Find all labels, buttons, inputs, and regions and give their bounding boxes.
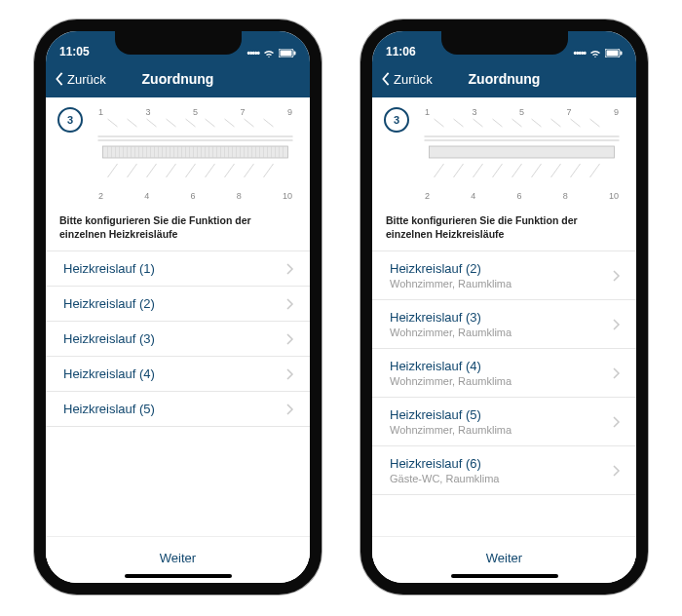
wifi-icon — [263, 49, 275, 58]
item-title: Heizkreislauf (1) — [63, 261, 155, 276]
num: 4 — [471, 191, 475, 201]
svg-line-88 — [493, 164, 503, 177]
num: 9 — [614, 107, 619, 117]
num: 7 — [566, 107, 571, 117]
item-title: Heizkreislauf (3) — [390, 310, 512, 325]
item-subtitle: Gäste-WC, Raumklima — [390, 473, 499, 484]
list-item[interactable]: Heizkreislauf (4) — [46, 357, 310, 392]
diagram-bottom-numbers: 2 4 6 8 10 — [419, 191, 625, 201]
item-title: Heizkreislauf (5) — [390, 407, 512, 422]
svg-line-19 — [186, 164, 196, 177]
nav-bar: Zurück Zuordnung — [372, 60, 636, 97]
num: 7 — [240, 107, 245, 117]
svg-line-77 — [454, 119, 464, 127]
step-indicator: 3 — [384, 107, 409, 133]
svg-line-18 — [167, 164, 176, 177]
num: 8 — [563, 191, 568, 201]
svg-line-85 — [435, 164, 444, 177]
svg-line-12 — [225, 119, 235, 127]
svg-line-92 — [571, 164, 581, 177]
instruction-text: Bitte konfigurieren Sie die Funktion der… — [46, 207, 310, 250]
list-item[interactable]: Heizkreislauf (1) — [46, 250, 310, 287]
item-title: Heizkreislauf (5) — [63, 402, 155, 416]
page-title: Zuordnung — [46, 71, 310, 87]
num: 9 — [287, 107, 292, 117]
svg-line-9 — [167, 119, 176, 127]
item-subtitle: Wohnzimmer, Raumklima — [390, 375, 512, 387]
num: 10 — [609, 191, 619, 201]
diagram-bottom-numbers: 2 4 6 8 10 — [93, 191, 298, 201]
signal-dots-icon: ••••• — [573, 48, 586, 58]
page-title: Zuordnung — [372, 71, 636, 87]
step-indicator: 3 — [57, 107, 83, 133]
list-item[interactable]: Heizkreislauf (6) Gäste-WC, Raumklima — [372, 446, 636, 495]
status-indicators: ••••• — [573, 48, 623, 58]
chevron-right-icon — [613, 319, 621, 330]
status-time: 11:06 — [386, 45, 416, 58]
screen-content: 3 1 3 5 7 9 — [372, 97, 636, 583]
num: 3 — [145, 107, 150, 117]
diagram-area: 3 1 3 5 7 9 — [372, 97, 636, 207]
item-title: Heizkreislauf (6) — [390, 456, 499, 471]
svg-line-91 — [551, 164, 561, 177]
num: 1 — [98, 107, 103, 117]
chevron-right-icon — [286, 368, 294, 380]
svg-rect-1 — [281, 51, 292, 57]
num: 2 — [425, 191, 430, 201]
svg-line-87 — [474, 164, 483, 177]
phone-frame-right: 11:06 ••••• Zurück Zuordnung 3 1 3 5 7 — [360, 19, 648, 595]
svg-line-90 — [532, 164, 542, 177]
chevron-right-icon — [286, 333, 294, 345]
num: 4 — [144, 191, 149, 201]
item-subtitle: Wohnzimmer, Raumklima — [390, 327, 512, 338]
svg-line-6 — [108, 119, 118, 127]
circuit-list[interactable]: Heizkreislauf (2) Wohnzimmer, Raumklima … — [372, 250, 636, 495]
status-indicators: ••••• — [246, 48, 296, 58]
manifold-svg — [93, 117, 298, 187]
phone-frame-left: 11:05 ••••• Zurück Zuordnung 3 1 3 5 7 — [34, 19, 322, 595]
chevron-right-icon — [613, 416, 621, 428]
item-subtitle: Wohnzimmer, Raumklima — [390, 424, 512, 436]
svg-line-11 — [206, 119, 215, 127]
list-item[interactable]: Heizkreislauf (4) Wohnzimmer, Raumklima — [372, 349, 636, 398]
chevron-right-icon — [286, 298, 294, 310]
num: 2 — [98, 191, 103, 201]
num: 8 — [237, 191, 242, 201]
manifold-svg — [419, 117, 625, 187]
svg-line-15 — [108, 164, 118, 177]
svg-line-10 — [186, 119, 196, 127]
item-title: Heizkreislauf (3) — [63, 331, 155, 346]
list-item[interactable]: Heizkreislauf (2) Wohnzimmer, Raumklima — [372, 250, 636, 300]
item-title: Heizkreislauf (4) — [63, 366, 155, 381]
item-title: Heizkreislauf (2) — [390, 261, 512, 276]
chevron-right-icon — [286, 263, 294, 275]
num: 1 — [425, 107, 430, 117]
svg-rect-75 — [430, 146, 615, 158]
svg-line-76 — [435, 119, 444, 127]
item-title: Heizkreislauf (4) — [390, 359, 512, 373]
svg-line-21 — [225, 164, 235, 177]
home-indicator[interactable] — [451, 574, 558, 578]
list-item[interactable]: Heizkreislauf (2) — [46, 287, 310, 322]
diagram-top-numbers: 1 3 5 7 9 — [93, 107, 298, 117]
svg-line-83 — [571, 119, 581, 127]
num: 5 — [519, 107, 524, 117]
num: 3 — [472, 107, 476, 117]
list-item[interactable]: Heizkreislauf (3) — [46, 322, 310, 357]
circuit-list[interactable]: Heizkreislauf (1) Heizkreislauf (2) Heiz… — [46, 250, 310, 427]
chevron-right-icon — [613, 465, 621, 477]
diagram-area: 3 1 3 5 7 9 — [46, 97, 310, 207]
svg-line-13 — [245, 119, 254, 127]
chevron-right-icon — [613, 270, 621, 282]
svg-line-78 — [474, 119, 483, 127]
svg-line-20 — [206, 164, 215, 177]
item-subtitle: Wohnzimmer, Raumklima — [390, 278, 512, 289]
svg-line-16 — [128, 164, 137, 177]
svg-line-79 — [493, 119, 503, 127]
item-title: Heizkreislauf (2) — [63, 296, 155, 311]
device-notch — [115, 31, 242, 55]
list-item[interactable]: Heizkreislauf (5) Wohnzimmer, Raumklima — [372, 398, 636, 446]
list-item[interactable]: Heizkreislauf (3) Wohnzimmer, Raumklima — [372, 300, 636, 349]
list-item[interactable]: Heizkreislauf (5) — [46, 392, 310, 427]
home-indicator[interactable] — [125, 574, 232, 578]
